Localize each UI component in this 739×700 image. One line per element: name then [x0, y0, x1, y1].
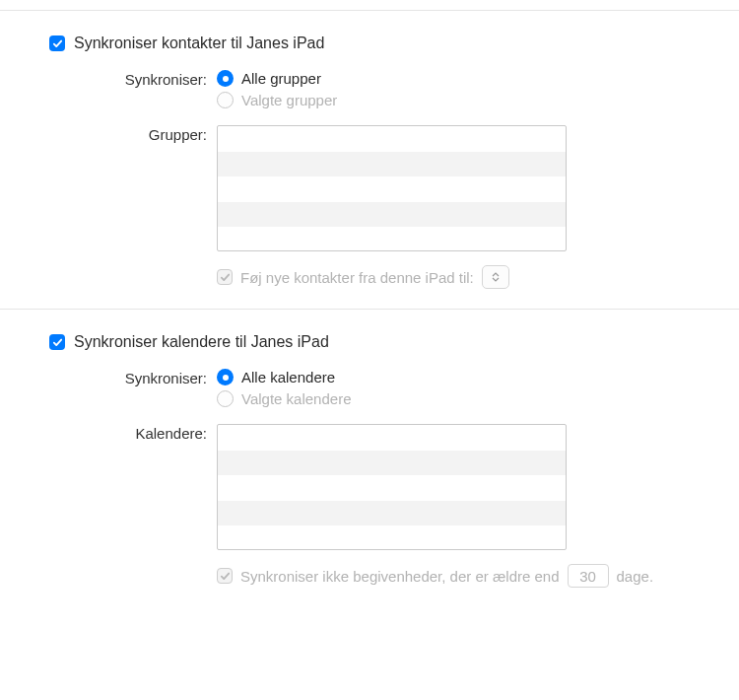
groups-listbox[interactable] [217, 125, 567, 251]
add-new-contacts-label: Føj nye kontakter fra denne iPad til: [240, 269, 474, 286]
calendars-radio-all[interactable]: Alle kalendere [217, 369, 709, 385]
radio-unselected-icon [217, 92, 234, 108]
calendars-radio-selected[interactable]: Valgte kalendere [217, 390, 709, 407]
contacts-section: Synkroniser kontakter til Janes iPad Syn… [0, 11, 739, 309]
add-new-contacts-dropdown [482, 265, 509, 289]
calendars-list-label: Kalendere: [49, 424, 217, 442]
radio-selected-icon [217, 70, 234, 87]
sync-calendars-checkbox[interactable] [49, 334, 65, 350]
contacts-radio-selected-groups[interactable]: Valgte grupper [217, 92, 709, 108]
radio-label: Valgte grupper [241, 92, 337, 108]
add-new-contacts-checkbox [217, 269, 233, 285]
sync-contacts-checkbox[interactable] [49, 35, 65, 51]
groups-label: Grupper: [49, 125, 217, 143]
sync-contacts-label: Synkroniser kontakter til Janes iPad [74, 35, 324, 52]
radio-selected-icon [217, 369, 234, 385]
events-older-label: Synkroniser ikke begivenheder, der er æl… [240, 568, 560, 585]
calendars-listbox[interactable] [217, 424, 567, 550]
events-older-days-input: 30 [568, 564, 609, 588]
radio-label: Alle grupper [241, 70, 321, 87]
calendars-section: Synkroniser kalendere til Janes iPad Syn… [0, 309, 739, 607]
radio-label: Alle kalendere [241, 369, 335, 385]
radio-unselected-icon [217, 390, 234, 407]
sync-calendars-label: Synkroniser kalendere til Janes iPad [74, 333, 329, 351]
contacts-sync-label: Synkroniser: [49, 70, 217, 88]
calendars-sync-label: Synkroniser: [49, 369, 217, 386]
radio-label: Valgte kalendere [241, 390, 351, 407]
events-older-checkbox [217, 568, 233, 584]
contacts-radio-all-groups[interactable]: Alle grupper [217, 70, 709, 87]
events-older-days-suffix: dage. [617, 568, 654, 585]
